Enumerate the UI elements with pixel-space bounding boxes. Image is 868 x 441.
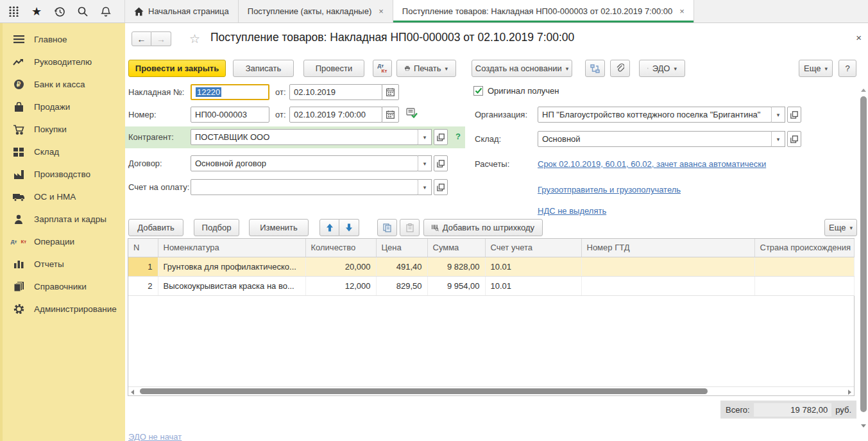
scroll-left-icon[interactable] (131, 390, 134, 395)
warehouse-dropdown-button[interactable]: ▾ (771, 131, 785, 147)
cell-gtd[interactable] (581, 276, 754, 295)
cell-sum[interactable]: 9 954,00 (427, 276, 485, 295)
tab-home[interactable]: Начальная страница (125, 0, 239, 22)
items-more-button[interactable]: Еще▾ (824, 219, 857, 236)
cell-qty[interactable]: 12,000 (305, 276, 376, 295)
contractor-check-icon[interactable]: ? (455, 132, 461, 141)
sidebar-item-production[interactable]: Производство (3, 163, 125, 186)
sidebar-item-main[interactable]: Главное (3, 28, 125, 51)
sidebar-item-administration[interactable]: Администрирование (3, 298, 125, 320)
col-header-sum[interactable]: Сумма (427, 239, 485, 257)
notifications-bell-icon[interactable] (99, 4, 113, 19)
contract-input[interactable]: Основной договор (191, 155, 418, 171)
cell-price[interactable]: 829,50 (376, 276, 427, 295)
contractor-open-button[interactable] (434, 129, 448, 145)
favorites-icon[interactable]: ★ (30, 4, 44, 19)
related-documents-button[interactable] (585, 60, 605, 77)
sidebar-item-reports[interactable]: Отчеты (3, 253, 125, 275)
payment-invoice-dropdown-button[interactable]: ▾ (418, 179, 432, 195)
col-header-price[interactable]: Цена (376, 239, 427, 257)
col-header-qty[interactable]: Количество (305, 239, 376, 257)
edo-status-link[interactable]: ЭДО не начат (128, 432, 182, 441)
table-row[interactable]: 2 Высокоукрывистая краска на во... 12,00… (128, 276, 854, 295)
vat-link[interactable]: НДС не выделять (538, 206, 606, 216)
invoice-date-input[interactable]: 02.10.2019 (289, 84, 382, 100)
favorite-star-icon[interactable]: ☆ (189, 31, 200, 46)
table-row[interactable]: 1 Грунтовка для профилактическо... 20,00… (128, 257, 854, 276)
warehouse-input[interactable]: Основной (538, 131, 772, 147)
contractor-dropdown-button[interactable]: ▾ (418, 129, 432, 145)
add-row-button[interactable]: Добавить (128, 219, 183, 236)
sidebar-item-directories[interactable]: Справочники (3, 275, 125, 298)
edit-button[interactable]: Изменить (249, 219, 309, 236)
consignor-consignee-link[interactable]: Грузоотправитель и грузополучатель (538, 185, 681, 195)
cell-gtd[interactable] (581, 257, 754, 276)
sidebar-item-fixed-assets[interactable]: ОС и НМА (3, 186, 125, 208)
move-up-button[interactable] (319, 219, 339, 236)
cell-n[interactable]: 1 (128, 257, 158, 276)
scroll-up-icon[interactable] (861, 89, 866, 92)
sidebar-item-bank-cash[interactable]: ₽ Банк и касса (3, 73, 125, 96)
cell-account[interactable]: 10.01 (485, 257, 581, 276)
organization-dropdown-button[interactable]: ▾ (771, 107, 785, 123)
tab-receipts-list[interactable]: Поступление (акты, накладные) × (239, 0, 393, 22)
cell-n[interactable]: 2 (128, 276, 158, 295)
scroll-down-icon[interactable] (861, 424, 866, 428)
calendar-button[interactable] (382, 84, 399, 100)
cell-nomenclature[interactable]: Высокоукрывистая краска на во... (158, 276, 305, 295)
cell-price[interactable]: 491,40 (376, 257, 427, 276)
contract-open-button[interactable] (434, 155, 448, 171)
sidebar-item-operations[interactable]: ДтКт Операции (3, 230, 125, 253)
col-header-n[interactable]: N (128, 239, 158, 257)
tab-close-icon[interactable]: × (679, 6, 685, 16)
history-icon[interactable] (53, 4, 67, 19)
vertical-scroll-thumb[interactable] (860, 96, 867, 412)
organization-open-button[interactable] (787, 107, 801, 123)
paste-rows-button[interactable] (400, 219, 420, 236)
sidebar-item-sales[interactable]: Продажи (3, 96, 125, 118)
set-current-time-icon[interactable] (406, 108, 418, 118)
search-icon[interactable] (76, 4, 90, 19)
cell-qty[interactable]: 20,000 (305, 257, 376, 276)
add-by-barcode-button[interactable]: Добавить по штрихкоду (423, 219, 543, 236)
cell-nomenclature[interactable]: Грунтовка для профилактическо... (158, 257, 305, 276)
document-number-input[interactable]: НП00-000003 (191, 107, 269, 123)
create-based-on-button[interactable]: Создать на основании▾ (472, 60, 572, 77)
attachments-button[interactable] (610, 60, 630, 77)
invoice-number-input[interactable]: 12220 (191, 84, 269, 100)
horizontal-scrollbar[interactable] (128, 386, 854, 395)
cell-country[interactable] (754, 276, 854, 295)
tab-goods-receipt-document[interactable]: Поступление товаров: Накладная НП00-0000… (393, 0, 694, 22)
copy-rows-button[interactable] (377, 219, 397, 236)
contract-dropdown-button[interactable]: ▾ (418, 155, 432, 171)
vertical-scrollbar[interactable] (859, 87, 868, 428)
payment-invoice-input[interactable] (191, 179, 418, 195)
settlements-link[interactable]: Срок 02.10.2019, 60.01, 60.02, зачет ава… (538, 159, 766, 169)
payment-invoice-open-button[interactable] (434, 179, 448, 195)
help-button[interactable]: ? (838, 60, 856, 77)
sidebar-item-payroll-hr[interactable]: Зарплата и кадры (3, 208, 125, 230)
calendar-button[interactable] (382, 107, 399, 123)
col-header-account[interactable]: Счет учета (485, 239, 581, 257)
more-button[interactable]: Еще▾ (799, 60, 833, 77)
pick-button[interactable]: Подбор (194, 219, 239, 236)
post-button[interactable]: Провести (303, 60, 364, 77)
sidebar-item-manager[interactable]: Руководителю (3, 51, 125, 73)
edo-button[interactable]: ЭДО▾ (639, 60, 685, 77)
contractor-input[interactable]: ПОСТАВЩИК ООО (191, 129, 418, 145)
horizontal-scroll-thumb[interactable] (140, 388, 708, 394)
sidebar-item-warehouse[interactable]: Склад (3, 141, 125, 163)
move-down-button[interactable] (339, 219, 359, 236)
tab-close-icon[interactable]: × (379, 6, 384, 16)
close-icon[interactable]: × (856, 32, 862, 43)
document-datetime-input[interactable]: 02.10.2019 7:00:00 (289, 107, 382, 123)
original-received-checkbox[interactable]: Оригинал получен (473, 86, 559, 96)
warehouse-open-button[interactable] (787, 131, 801, 147)
print-button[interactable]: Печать▾ (396, 60, 456, 77)
sidebar-item-purchases[interactable]: Покупки (3, 118, 125, 141)
col-header-country[interactable]: Страна происхождения (754, 239, 854, 257)
cell-country[interactable] (754, 257, 854, 276)
scroll-right-icon[interactable] (848, 390, 851, 395)
post-and-close-button[interactable]: Провести и закрыть (128, 60, 226, 77)
col-header-gtd[interactable]: Номер ГТД (581, 239, 754, 257)
